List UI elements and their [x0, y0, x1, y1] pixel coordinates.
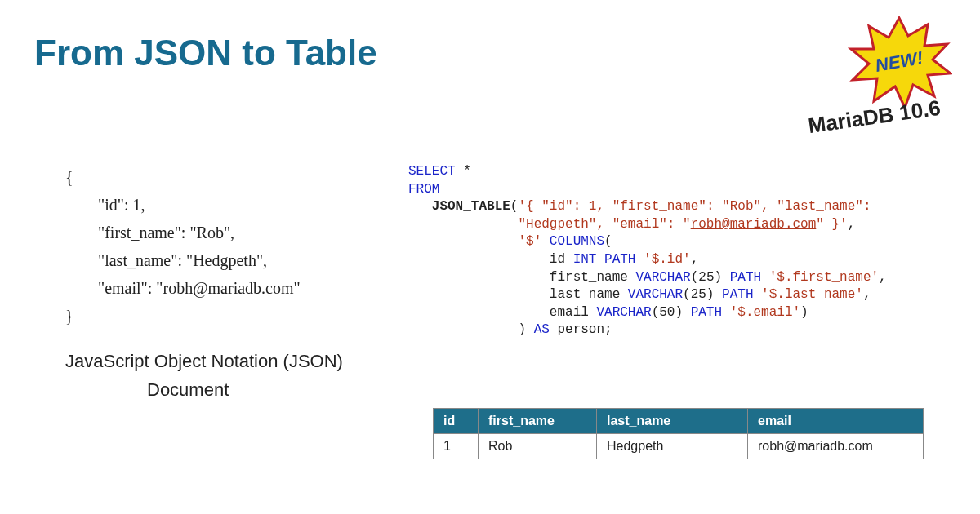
cell-last-name: Hedgpeth [597, 434, 748, 459]
kw-from: FROM [408, 182, 439, 197]
json-brace-close: } [65, 302, 301, 330]
cell-first-name: Rob [479, 434, 597, 459]
cell-id: 1 [434, 434, 479, 459]
col-header-email: email [748, 409, 924, 434]
col-header-first-name: first_name [479, 409, 597, 434]
col-header-last-name: last_name [597, 409, 748, 434]
json-arg-line1: '{ "id": 1, "first_name": "Rob", "last_n… [518, 199, 871, 214]
col-header-id: id [434, 409, 479, 434]
sql-code-block: SELECT * FROM JSON_TABLE('{ "id": 1, "fi… [408, 163, 887, 339]
kw-columns: COLUMNS [541, 234, 604, 249]
json-document: { "id": 1, "first_name": "Rob", "last_na… [65, 163, 301, 330]
json-caption-line1: JavaScript Object Notation (JSON) [65, 351, 343, 372]
kw-as: AS [534, 322, 550, 337]
slide: From JSON to Table NEW! MariaDB 10.6 { "… [0, 0, 980, 514]
email-link: robh@mariadb.com [691, 217, 817, 232]
json-line: "email": "robh@mariadb.com" [65, 274, 301, 302]
json-brace-open: { [65, 163, 301, 191]
slide-title: From JSON to Table [34, 33, 377, 73]
json-line: "id": 1, [65, 191, 301, 219]
cell-email: robh@mariadb.com [748, 434, 924, 459]
root-path: '$' [518, 234, 541, 249]
table-header-row: id first_name last_name email [434, 409, 924, 434]
result-table: id first_name last_name email 1 Rob Hedg… [433, 408, 924, 459]
fn-json-table: JSON_TABLE [432, 199, 510, 214]
table-row: 1 Rob Hedgpeth robh@mariadb.com [434, 434, 924, 459]
json-line: "last_name": "Hedgpeth", [65, 246, 301, 274]
json-caption-line2: Document [147, 379, 229, 401]
kw-select: SELECT [408, 164, 456, 179]
json-line: "first_name": "Rob", [65, 219, 301, 246]
